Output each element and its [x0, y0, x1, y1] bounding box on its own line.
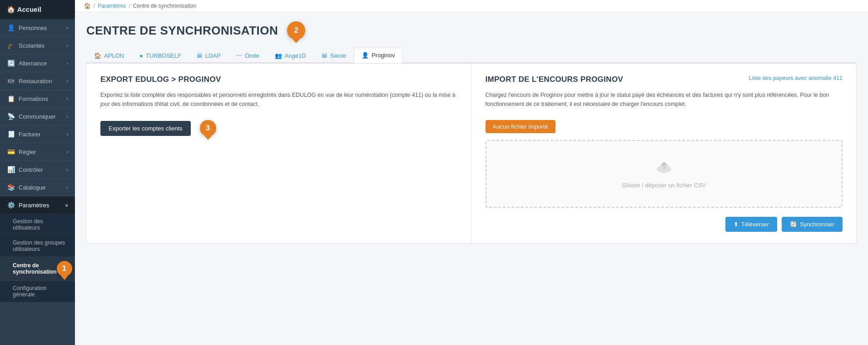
page-title-row: CENTRE DE SYNCHRONISATION 2 — [86, 21, 857, 40]
tab-proginov-label: Proginov — [372, 52, 395, 59]
sidebar-item-regler[interactable]: 💳 Régler › — [0, 143, 75, 161]
import-status-row: Aucun fichier importé — [486, 120, 843, 133]
sidebar-item-catalogue[interactable]: 📚 Catalogue › — [0, 179, 75, 196]
sidebar-scolarites-label: Scolarités — [19, 42, 45, 49]
sidebar: 🏠 Accueil 👤 Personnes › 🎓 Scolarités › 🔄… — [0, 0, 75, 345]
sidebar-restauration-label: Restauration — [19, 78, 52, 85]
tab-ldap[interactable]: 🏛 LDAP — [189, 48, 228, 63]
parametres-submenu: Gestion des utilisateurs Gestion des gro… — [0, 214, 75, 302]
alternance-icon: 🔄 — [7, 60, 15, 67]
anomalie-link[interactable]: Liste des payeurs avec anomalie 411 — [749, 75, 843, 81]
export-button-row: Exporter les comptes clients 3 — [100, 120, 458, 136]
annotation-bubble-2: 2 — [287, 21, 305, 40]
tab-siecle[interactable]: 🏛 Siecle — [314, 48, 354, 63]
tab-ange1d[interactable]: 👥 Ange1D — [267, 48, 314, 63]
tab-onde-label: Onde — [245, 52, 259, 59]
upload-dropzone-text: Glisser / déposer un fichier CSV — [496, 182, 833, 189]
synchroniser-button[interactable]: 🔄 Synchroniser — [782, 217, 843, 232]
tabs-bar: 🏠 APLON ● TURBOSELF 🏛 LDAP 〰 Onde 👥 Ange… — [86, 48, 857, 63]
chevron-right-icon: › — [67, 167, 68, 172]
no-file-badge: Aucun fichier importé — [486, 120, 556, 133]
import-card-description: Chargez l'encours de Proginov pour mettr… — [486, 90, 843, 109]
restauration-icon: 🍽 — [7, 77, 15, 85]
import-actions: ⬆ Téléverser 🔄 Synchroniser — [486, 217, 843, 232]
sidebar-item-communiquer[interactable]: 📡 Communiquer › — [0, 108, 75, 125]
synchroniser-label: Synchroniser — [800, 221, 834, 228]
chevron-down-icon: ∨ — [65, 203, 68, 208]
sync-icon: 🔄 — [790, 221, 797, 228]
parametres-icon: ⚙️ — [7, 201, 15, 209]
annotation-bubble-2-wrapper: 2 — [287, 21, 305, 40]
import-card: IMPORT DE L'ENCOURS PROGINOV Liste des p… — [471, 63, 857, 244]
personnes-icon: 👤 — [7, 24, 15, 31]
export-card-title: EXPORT EDULOG > PROGINOV — [100, 75, 458, 84]
chevron-right-icon: › — [67, 25, 68, 30]
catalogue-icon: 📚 — [7, 184, 15, 191]
chevron-right-icon: › — [67, 79, 68, 84]
tab-onde[interactable]: 〰 Onde — [228, 48, 267, 63]
tab-turboself[interactable]: ● TURBOSELF — [132, 48, 189, 63]
sidebar-item-scolarites[interactable]: 🎓 Scolarités › — [0, 37, 75, 55]
chevron-right-icon: › — [67, 185, 68, 190]
sidebar-regler-label: Régler — [19, 149, 36, 155]
import-card-title: IMPORT DE L'ENCOURS PROGINOV — [486, 75, 623, 84]
submenu-config-generale[interactable]: Configuration générale — [0, 281, 75, 302]
communiquer-icon: 📡 — [7, 113, 15, 120]
ldap-tab-icon: 🏛 — [197, 52, 203, 59]
sidebar-alternance-label: Alternance — [19, 60, 47, 67]
sidebar-home-label: Accueil — [17, 5, 41, 13]
submenu-centre-synchro[interactable]: Centre de synchronisation 1 — [0, 257, 75, 281]
sidebar-home[interactable]: 🏠 Accueil — [0, 0, 75, 19]
breadcrumb-parametres[interactable]: Paramètres — [98, 3, 126, 9]
submenu-config-generale-label: Configuration générale — [13, 285, 46, 298]
submenu-gestion-utilisateurs-label: Gestion des utilisateurs — [13, 218, 43, 231]
sidebar-item-formations[interactable]: 📋 Formations › — [0, 90, 75, 108]
sidebar-item-controler[interactable]: 📊 Contrôler › — [0, 161, 75, 179]
proginov-tab-icon: 👤 — [362, 52, 369, 59]
sidebar-item-personnes[interactable]: 👤 Personnes › — [0, 19, 75, 37]
tab-aplon[interactable]: 🏠 APLON — [86, 48, 132, 63]
chevron-right-icon: › — [67, 43, 68, 48]
sidebar-facturer-label: Facturer — [19, 131, 40, 138]
upload-cloud-icon — [496, 159, 833, 177]
cards-row: EXPORT EDULOG > PROGINOV Exportez la lis… — [86, 63, 857, 244]
export-card: EXPORT EDULOG > PROGINOV Exportez la lis… — [86, 63, 471, 244]
chevron-right-icon: › — [67, 114, 68, 119]
sidebar-communiquer-label: Communiquer — [19, 113, 56, 120]
facturer-icon: 🧾 — [7, 130, 15, 138]
tab-ldap-label: LDAP — [205, 52, 221, 59]
upload-dropzone[interactable]: Glisser / déposer un fichier CSV — [486, 140, 843, 208]
chevron-right-icon: › — [67, 150, 68, 155]
sidebar-controler-label: Contrôler — [19, 166, 43, 173]
sidebar-item-parametres[interactable]: ⚙️ Paramètres ∨ — [0, 196, 75, 214]
page-title: CENTRE DE SYNCHRONISATION — [86, 24, 278, 38]
breadcrumb: 🏠 / Paramètres / Centre de synchronisati… — [75, 0, 868, 12]
televerser-button[interactable]: ⬆ Téléverser — [725, 217, 777, 232]
sidebar-item-facturer[interactable]: 🧾 Facturer › — [0, 125, 75, 143]
submenu-gestion-utilisateurs[interactable]: Gestion des utilisateurs — [0, 214, 75, 235]
export-button[interactable]: Exporter les comptes clients — [100, 121, 191, 136]
formations-icon: 📋 — [7, 95, 15, 102]
sidebar-item-alternance[interactable]: 🔄 Alternance › — [0, 55, 75, 72]
home-breadcrumb-icon: 🏠 — [84, 3, 91, 9]
sidebar-catalogue-label: Catalogue — [19, 184, 45, 191]
breadcrumb-centre-synchro: Centre de synchronisation — [133, 3, 196, 9]
siecle-tab-icon: 🏛 — [322, 52, 327, 59]
sidebar-personnes-label: Personnes — [19, 25, 47, 31]
aplon-tab-icon: 🏠 — [94, 52, 101, 59]
home-icon: 🏠 — [7, 5, 15, 13]
submenu-centre-synchro-label: Centre de synchronisation — [13, 262, 57, 275]
controler-icon: 📊 — [7, 166, 15, 173]
televerser-label: Téléverser — [741, 221, 769, 228]
turboself-tab-icon: ● — [139, 52, 143, 59]
regler-icon: 💳 — [7, 148, 15, 155]
annotation-bubble-3: 3 — [200, 120, 216, 136]
chevron-right-icon: › — [67, 61, 68, 66]
tab-proginov[interactable]: 👤 Proginov — [354, 48, 402, 63]
sidebar-item-restauration[interactable]: 🍽 Restauration › — [0, 72, 75, 90]
submenu-gestion-groupes[interactable]: Gestion des groupes utilisateurs — [0, 235, 75, 257]
chevron-right-icon: › — [67, 96, 68, 101]
onde-tab-icon: 〰 — [236, 52, 242, 59]
submenu-gestion-groupes-label: Gestion des groupes utilisateurs — [13, 240, 65, 252]
ange1d-tab-icon: 👥 — [275, 52, 282, 59]
